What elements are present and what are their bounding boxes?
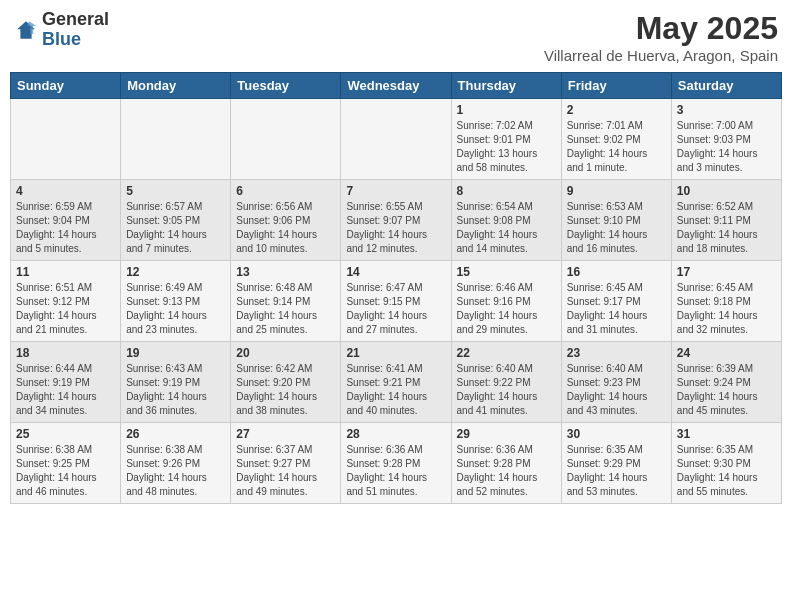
day-content: Sunrise: 6:52 AM Sunset: 9:11 PM Dayligh… — [677, 200, 776, 256]
calendar-cell: 8Sunrise: 6:54 AM Sunset: 9:08 PM Daylig… — [451, 180, 561, 261]
calendar-cell: 18Sunrise: 6:44 AM Sunset: 9:19 PM Dayli… — [11, 342, 121, 423]
calendar-cell — [121, 99, 231, 180]
day-number: 15 — [457, 265, 556, 279]
calendar-cell: 5Sunrise: 6:57 AM Sunset: 9:05 PM Daylig… — [121, 180, 231, 261]
day-content: Sunrise: 6:49 AM Sunset: 9:13 PM Dayligh… — [126, 281, 225, 337]
day-content: Sunrise: 6:43 AM Sunset: 9:19 PM Dayligh… — [126, 362, 225, 418]
calendar-week-4: 18Sunrise: 6:44 AM Sunset: 9:19 PM Dayli… — [11, 342, 782, 423]
day-content: Sunrise: 6:36 AM Sunset: 9:28 PM Dayligh… — [346, 443, 445, 499]
day-number: 24 — [677, 346, 776, 360]
day-number: 13 — [236, 265, 335, 279]
day-header-saturday: Saturday — [671, 73, 781, 99]
calendar-cell: 26Sunrise: 6:38 AM Sunset: 9:26 PM Dayli… — [121, 423, 231, 504]
calendar-cell — [231, 99, 341, 180]
calendar-cell: 3Sunrise: 7:00 AM Sunset: 9:03 PM Daylig… — [671, 99, 781, 180]
day-number: 30 — [567, 427, 666, 441]
day-content: Sunrise: 6:53 AM Sunset: 9:10 PM Dayligh… — [567, 200, 666, 256]
logo: General Blue — [14, 10, 109, 50]
calendar-cell: 23Sunrise: 6:40 AM Sunset: 9:23 PM Dayli… — [561, 342, 671, 423]
day-content: Sunrise: 7:00 AM Sunset: 9:03 PM Dayligh… — [677, 119, 776, 175]
day-number: 28 — [346, 427, 445, 441]
day-number: 22 — [457, 346, 556, 360]
day-header-wednesday: Wednesday — [341, 73, 451, 99]
day-number: 8 — [457, 184, 556, 198]
day-number: 18 — [16, 346, 115, 360]
calendar-cell: 29Sunrise: 6:36 AM Sunset: 9:28 PM Dayli… — [451, 423, 561, 504]
day-content: Sunrise: 6:35 AM Sunset: 9:30 PM Dayligh… — [677, 443, 776, 499]
day-number: 4 — [16, 184, 115, 198]
day-content: Sunrise: 6:36 AM Sunset: 9:28 PM Dayligh… — [457, 443, 556, 499]
day-number: 27 — [236, 427, 335, 441]
month-year-title: May 2025 — [544, 10, 778, 47]
calendar-cell: 31Sunrise: 6:35 AM Sunset: 9:30 PM Dayli… — [671, 423, 781, 504]
day-number: 25 — [16, 427, 115, 441]
day-number: 5 — [126, 184, 225, 198]
day-number: 2 — [567, 103, 666, 117]
calendar-body: 1Sunrise: 7:02 AM Sunset: 9:01 PM Daylig… — [11, 99, 782, 504]
day-number: 21 — [346, 346, 445, 360]
day-content: Sunrise: 6:57 AM Sunset: 9:05 PM Dayligh… — [126, 200, 225, 256]
location-subtitle: Villarreal de Huerva, Aragon, Spain — [544, 47, 778, 64]
day-content: Sunrise: 6:39 AM Sunset: 9:24 PM Dayligh… — [677, 362, 776, 418]
calendar-cell: 11Sunrise: 6:51 AM Sunset: 9:12 PM Dayli… — [11, 261, 121, 342]
logo-blue: Blue — [42, 30, 109, 50]
calendar-cell: 21Sunrise: 6:41 AM Sunset: 9:21 PM Dayli… — [341, 342, 451, 423]
calendar-cell: 10Sunrise: 6:52 AM Sunset: 9:11 PM Dayli… — [671, 180, 781, 261]
day-content: Sunrise: 6:46 AM Sunset: 9:16 PM Dayligh… — [457, 281, 556, 337]
calendar-cell: 17Sunrise: 6:45 AM Sunset: 9:18 PM Dayli… — [671, 261, 781, 342]
calendar-cell: 4Sunrise: 6:59 AM Sunset: 9:04 PM Daylig… — [11, 180, 121, 261]
calendar-header-row: SundayMondayTuesdayWednesdayThursdayFrid… — [11, 73, 782, 99]
day-content: Sunrise: 6:40 AM Sunset: 9:23 PM Dayligh… — [567, 362, 666, 418]
day-header-monday: Monday — [121, 73, 231, 99]
day-number: 11 — [16, 265, 115, 279]
day-number: 6 — [236, 184, 335, 198]
calendar-cell: 9Sunrise: 6:53 AM Sunset: 9:10 PM Daylig… — [561, 180, 671, 261]
day-content: Sunrise: 7:01 AM Sunset: 9:02 PM Dayligh… — [567, 119, 666, 175]
day-content: Sunrise: 6:48 AM Sunset: 9:14 PM Dayligh… — [236, 281, 335, 337]
calendar-cell: 19Sunrise: 6:43 AM Sunset: 9:19 PM Dayli… — [121, 342, 231, 423]
calendar-week-1: 1Sunrise: 7:02 AM Sunset: 9:01 PM Daylig… — [11, 99, 782, 180]
calendar-cell: 6Sunrise: 6:56 AM Sunset: 9:06 PM Daylig… — [231, 180, 341, 261]
day-content: Sunrise: 6:38 AM Sunset: 9:26 PM Dayligh… — [126, 443, 225, 499]
calendar-week-5: 25Sunrise: 6:38 AM Sunset: 9:25 PM Dayli… — [11, 423, 782, 504]
day-number: 12 — [126, 265, 225, 279]
title-block: May 2025 Villarreal de Huerva, Aragon, S… — [544, 10, 778, 64]
calendar-cell: 24Sunrise: 6:39 AM Sunset: 9:24 PM Dayli… — [671, 342, 781, 423]
day-content: Sunrise: 6:59 AM Sunset: 9:04 PM Dayligh… — [16, 200, 115, 256]
day-number: 19 — [126, 346, 225, 360]
day-number: 26 — [126, 427, 225, 441]
page-header: General Blue May 2025 Villarreal de Huer… — [10, 10, 782, 64]
day-number: 29 — [457, 427, 556, 441]
calendar-cell: 16Sunrise: 6:45 AM Sunset: 9:17 PM Dayli… — [561, 261, 671, 342]
day-content: Sunrise: 6:35 AM Sunset: 9:29 PM Dayligh… — [567, 443, 666, 499]
calendar-table: SundayMondayTuesdayWednesdayThursdayFrid… — [10, 72, 782, 504]
logo-icon — [14, 18, 38, 42]
day-content: Sunrise: 6:56 AM Sunset: 9:06 PM Dayligh… — [236, 200, 335, 256]
day-number: 1 — [457, 103, 556, 117]
day-content: Sunrise: 6:45 AM Sunset: 9:18 PM Dayligh… — [677, 281, 776, 337]
day-header-sunday: Sunday — [11, 73, 121, 99]
logo-general: General — [42, 10, 109, 30]
calendar-cell — [341, 99, 451, 180]
day-content: Sunrise: 6:37 AM Sunset: 9:27 PM Dayligh… — [236, 443, 335, 499]
day-number: 7 — [346, 184, 445, 198]
day-content: Sunrise: 6:44 AM Sunset: 9:19 PM Dayligh… — [16, 362, 115, 418]
day-number: 23 — [567, 346, 666, 360]
day-content: Sunrise: 6:54 AM Sunset: 9:08 PM Dayligh… — [457, 200, 556, 256]
day-number: 17 — [677, 265, 776, 279]
day-content: Sunrise: 6:45 AM Sunset: 9:17 PM Dayligh… — [567, 281, 666, 337]
day-content: Sunrise: 6:41 AM Sunset: 9:21 PM Dayligh… — [346, 362, 445, 418]
day-header-thursday: Thursday — [451, 73, 561, 99]
day-content: Sunrise: 6:38 AM Sunset: 9:25 PM Dayligh… — [16, 443, 115, 499]
calendar-cell: 30Sunrise: 6:35 AM Sunset: 9:29 PM Dayli… — [561, 423, 671, 504]
day-content: Sunrise: 6:51 AM Sunset: 9:12 PM Dayligh… — [16, 281, 115, 337]
calendar-cell: 27Sunrise: 6:37 AM Sunset: 9:27 PM Dayli… — [231, 423, 341, 504]
logo-text: General Blue — [42, 10, 109, 50]
day-number: 9 — [567, 184, 666, 198]
day-header-friday: Friday — [561, 73, 671, 99]
day-number: 3 — [677, 103, 776, 117]
calendar-cell: 12Sunrise: 6:49 AM Sunset: 9:13 PM Dayli… — [121, 261, 231, 342]
day-number: 16 — [567, 265, 666, 279]
calendar-cell: 14Sunrise: 6:47 AM Sunset: 9:15 PM Dayli… — [341, 261, 451, 342]
day-content: Sunrise: 6:47 AM Sunset: 9:15 PM Dayligh… — [346, 281, 445, 337]
